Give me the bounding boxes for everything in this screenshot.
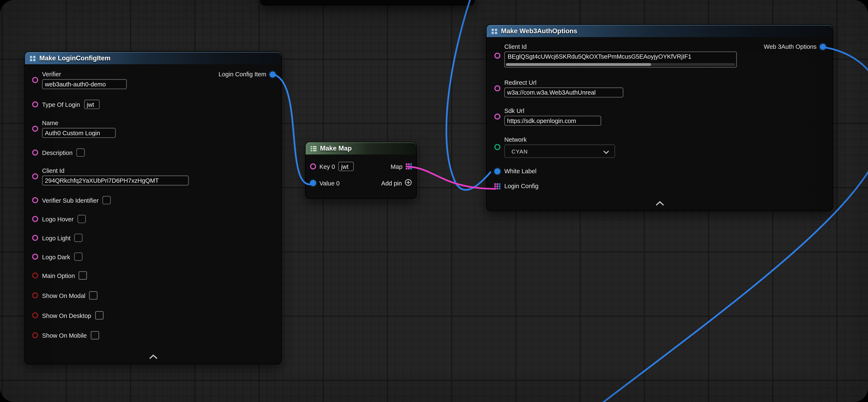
node-make-loginconfigitem[interactable]: Make LoginConfigItem Login Config Item V… xyxy=(24,52,282,364)
value0-pin[interactable] xyxy=(310,180,316,186)
white-label-pin[interactable] xyxy=(494,168,500,174)
show-on-desktop-pin[interactable] xyxy=(32,312,38,318)
pin-row-logo-dark: Logo Dark xyxy=(32,253,281,261)
logo-light-pin[interactable] xyxy=(32,235,38,241)
node-header[interactable]: Make Web3AuthOptions xyxy=(487,25,833,37)
node-title: Make Map xyxy=(320,144,352,152)
description-pin[interactable] xyxy=(32,149,38,155)
logo-dark-input[interactable] xyxy=(74,253,82,261)
offscreen-node-top[interactable] xyxy=(260,0,474,5)
show-on-desktop-label: Show On Desktop xyxy=(42,312,91,319)
pin-row-network: Network CYAN xyxy=(494,136,833,158)
client-id-input[interactable] xyxy=(42,176,189,185)
node-header[interactable]: Make LoginConfigItem xyxy=(25,52,281,64)
network-selected-value: CYAN xyxy=(512,148,528,154)
verifier-sub-identifier-input[interactable] xyxy=(102,196,111,204)
node-make-web3authoptions[interactable]: Make Web3AuthOptions Web 3Auth Options C… xyxy=(486,24,833,211)
wire-map-to-login-config[interactable] xyxy=(408,167,495,189)
key0-label: Key 0 xyxy=(319,163,335,170)
make-struct-icon xyxy=(30,55,36,61)
client-id-value-box[interactable]: BEglQSgt4cUWcj6SKRdu5QkOXTsePmMcusG5EAoy… xyxy=(504,52,737,67)
web3auth-options-output-pin[interactable] xyxy=(820,44,826,50)
node-title: Make Web3AuthOptions xyxy=(501,27,577,35)
value0-label: Value 0 xyxy=(319,180,340,186)
map-row-value0: Value 0 Add pin xyxy=(310,179,412,187)
show-on-desktop-checkbox[interactable] xyxy=(95,311,103,320)
logo-light-label: Logo Light xyxy=(42,234,70,241)
pin-row-login-config: Login Config xyxy=(494,183,833,190)
collapse-node-button[interactable] xyxy=(650,198,670,208)
main-option-label: Main Option xyxy=(42,272,75,279)
chevron-up-icon xyxy=(149,352,158,361)
logo-hover-pin[interactable] xyxy=(32,216,38,222)
type-of-login-label: Type Of Login xyxy=(42,101,80,108)
sdk-url-label: Sdk Url xyxy=(504,108,601,114)
verifier-sub-identifier-pin[interactable] xyxy=(32,197,38,203)
client-id-label: Client Id xyxy=(42,167,189,174)
pin-row-logo-light: Logo Light xyxy=(32,234,281,242)
key0-input[interactable] xyxy=(338,162,354,171)
sdk-url-input[interactable] xyxy=(504,116,601,125)
output-row: Web 3Auth Options xyxy=(764,43,826,50)
show-on-mobile-label: Show On Mobile xyxy=(42,332,87,339)
show-on-modal-pin[interactable] xyxy=(32,292,38,298)
pin-row-show-on-desktop: Show On Desktop xyxy=(32,311,281,320)
collapse-node-button[interactable] xyxy=(143,351,163,362)
logo-hover-input[interactable] xyxy=(78,215,86,223)
make-struct-icon xyxy=(492,28,498,34)
verifier-input[interactable] xyxy=(42,79,127,89)
type-of-login-pin[interactable] xyxy=(32,101,38,108)
verifier-sub-identifier-label: Verifier Sub Identifier xyxy=(42,197,98,203)
sdk-url-pin[interactable] xyxy=(494,114,500,120)
redirect-url-label: Redirect Url xyxy=(504,79,623,86)
client-id-pin[interactable] xyxy=(32,173,38,179)
type-of-login-input[interactable] xyxy=(84,100,99,109)
name-input[interactable] xyxy=(42,128,116,138)
blueprint-graph-canvas[interactable]: Make LoginConfigItem Login Config Item V… xyxy=(0,0,868,402)
pin-row-redirect-url: Redirect Url xyxy=(494,79,833,97)
client-id-scrollbar-thumb[interactable] xyxy=(506,63,651,66)
show-on-modal-checkbox[interactable] xyxy=(89,291,98,299)
map-output-label: Map xyxy=(391,163,402,170)
show-on-modal-label: Show On Modal xyxy=(42,292,85,299)
name-pin[interactable] xyxy=(32,126,38,132)
logo-dark-pin[interactable] xyxy=(32,254,38,260)
pin-row-show-on-modal: Show On Modal xyxy=(32,291,281,299)
show-on-mobile-checkbox[interactable] xyxy=(91,331,99,340)
network-label: Network xyxy=(504,136,615,143)
login-config-item-output-pin[interactable] xyxy=(270,71,276,77)
make-map-icon xyxy=(310,145,317,151)
logo-dark-label: Logo Dark xyxy=(42,253,70,260)
client-id-pin[interactable] xyxy=(494,52,500,58)
pin-row-show-on-mobile: Show On Mobile xyxy=(32,331,281,340)
chevron-down-icon xyxy=(603,146,609,156)
network-dropdown[interactable]: CYAN xyxy=(504,144,615,158)
network-pin[interactable] xyxy=(494,144,500,150)
logo-hover-label: Logo Hover xyxy=(42,216,73,223)
description-input[interactable] xyxy=(76,148,85,157)
show-on-mobile-pin[interactable] xyxy=(32,332,38,338)
map-row-key0: Key 0 Map xyxy=(310,162,412,171)
add-pin-icon xyxy=(405,179,412,187)
node-header[interactable]: Make Map xyxy=(306,142,416,154)
redirect-url-pin[interactable] xyxy=(494,85,500,91)
output-label: Login Config Item xyxy=(218,71,266,78)
output-row: Login Config Item xyxy=(218,71,276,78)
pin-row-description: Description xyxy=(32,148,281,157)
node-make-map[interactable]: Make Map Key 0 Map xyxy=(305,142,417,199)
main-option-checkbox[interactable] xyxy=(79,271,87,280)
chevron-up-icon xyxy=(655,199,664,207)
pin-row-verifier-sub-identifier: Verifier Sub Identifier xyxy=(32,196,281,204)
pin-row-type-of-login: Type Of Login xyxy=(32,100,281,109)
add-pin-button[interactable]: Add pin xyxy=(381,179,412,187)
logo-light-input[interactable] xyxy=(74,234,83,242)
verifier-pin[interactable] xyxy=(32,77,38,83)
redirect-url-input[interactable] xyxy=(504,87,623,97)
client-id-label: Client Id xyxy=(504,43,737,50)
main-option-pin[interactable] xyxy=(32,272,38,279)
verifier-label: Verifier xyxy=(42,71,127,78)
login-config-pin[interactable] xyxy=(494,183,500,189)
wire-to-white-label[interactable] xyxy=(446,0,491,190)
key0-pin[interactable] xyxy=(310,163,316,169)
map-output-pin[interactable] xyxy=(406,163,412,169)
